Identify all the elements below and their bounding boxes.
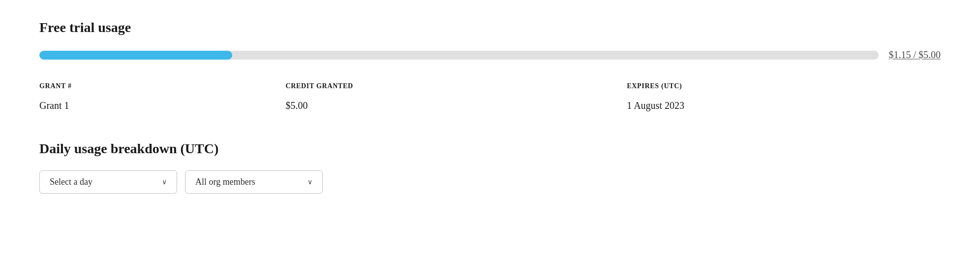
grants-table: GRANT # CREDIT GRANTED EXPIRES (UTC) Gra… [39,78,941,117]
progress-bar-fill [39,51,232,60]
day-selector-chevron-icon: ∨ [162,178,167,186]
page-title: Free trial usage [39,20,941,35]
day-selector-dropdown[interactable]: Select a day ∨ [39,170,177,194]
progress-label: $1.15 / $5.00 [888,49,941,61]
progress-bar-track [39,51,879,60]
table-row: Grant 1 $5.00 1 August 2023 [39,94,941,117]
cell-credit: $5.00 [285,94,627,117]
members-selector-chevron-icon: ∨ [307,178,312,186]
table-header-row: GRANT # CREDIT GRANTED EXPIRES (UTC) [39,78,941,94]
col-header-credit: CREDIT GRANTED [285,78,627,94]
members-selector-dropdown[interactable]: All org members ∨ [185,170,323,194]
cell-expires: 1 August 2023 [627,94,941,117]
col-header-grant-num: GRANT # [39,78,285,94]
col-header-expires: EXPIRES (UTC) [627,78,941,94]
dropdowns-row: Select a day ∨ All org members ∨ [39,170,941,194]
day-selector-label: Select a day [50,177,92,187]
breakdown-title: Daily usage breakdown (UTC) [39,141,941,157]
members-selector-label: All org members [195,177,255,187]
breakdown-section: Daily usage breakdown (UTC) Select a day… [39,141,941,194]
progress-section: $1.15 / $5.00 [39,49,941,61]
cell-grant-num: Grant 1 [39,94,285,117]
